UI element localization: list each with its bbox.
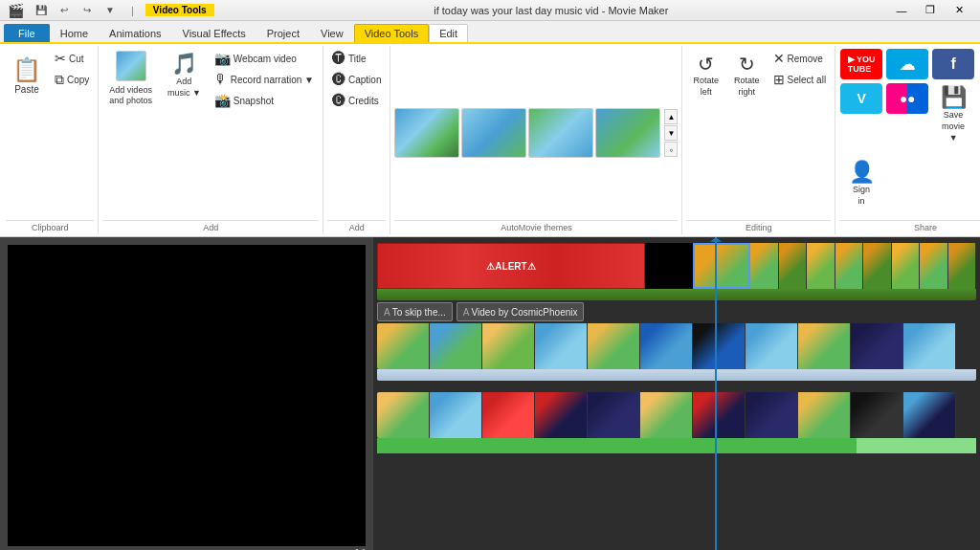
- tab-visual-effects[interactable]: Visual Effects: [172, 24, 256, 42]
- dark-segment[interactable]: [645, 243, 693, 289]
- text-small-btns: 🅣 Title 🅒 Caption 🅒 Credits: [327, 48, 386, 111]
- theme-thumb-2[interactable]: [461, 108, 526, 158]
- add-music-button[interactable]: 🎵 Addmusic ▼: [161, 48, 208, 105]
- track-1-film: ⚠ALERT⚠: [377, 243, 976, 289]
- flickr-button[interactable]: ●●: [886, 83, 928, 114]
- facebook-icon: f: [950, 55, 955, 73]
- track-2-film: [377, 323, 976, 369]
- facebook-button[interactable]: f: [932, 49, 974, 79]
- remove-label: Remove: [788, 54, 823, 64]
- track-1: ⚠ALERT⚠: [377, 243, 976, 300]
- select-all-icon: ⊞: [773, 72, 785, 87]
- snapshot-icon: 📸: [214, 93, 231, 108]
- preview-time: 00:35.97/01:38.04 ⛶: [8, 546, 366, 550]
- skydrive-button[interactable]: ☁: [886, 49, 928, 79]
- sonic-segments[interactable]: [377, 323, 976, 369]
- tab-file[interactable]: File: [4, 24, 50, 42]
- theme-scroll-down[interactable]: ▼: [664, 125, 678, 141]
- add-videos-button[interactable]: Add videosand photos: [102, 48, 159, 109]
- tab-video-tools[interactable]: Video Tools: [354, 24, 429, 42]
- flickr-icon: ●●: [900, 91, 916, 106]
- theme-thumb-4[interactable]: [595, 108, 660, 158]
- vimeo-button[interactable]: V: [840, 83, 882, 114]
- add-label: Add: [102, 220, 319, 232]
- alert-segment[interactable]: ⚠ALERT⚠: [377, 243, 645, 289]
- window-controls: — ❐ ✕: [888, 2, 972, 19]
- timeline-area: ⚠ALERT⚠: [373, 237, 980, 550]
- skydrive-icon: ☁: [900, 55, 915, 74]
- rotate-left-button[interactable]: ↺ Rotateleft: [686, 48, 725, 105]
- clipboard-label: Clipboard: [6, 220, 94, 232]
- youtube-button[interactable]: ▶ YOUTUBE: [840, 49, 882, 79]
- title-label: Title: [348, 54, 367, 64]
- save-movie-label: Savemovie ▼: [939, 110, 968, 143]
- sign-in-label: Signin: [853, 185, 870, 207]
- remove-icon: ✕: [773, 51, 785, 66]
- share-label: Share: [839, 220, 980, 232]
- caption-item-1[interactable]: A To skip the...: [377, 302, 453, 321]
- add-group-content: Add videosand photos 🎵 Addmusic ▼ 📷 Webc…: [102, 48, 319, 218]
- paste-button[interactable]: 📋 Paste: [6, 48, 48, 105]
- sign-in-button[interactable]: 👤 Signin: [840, 152, 882, 217]
- webcam-button[interactable]: 📷 Webcam video: [210, 48, 319, 69]
- theme-scroll-more[interactable]: ⬦: [664, 142, 678, 157]
- credits-button[interactable]: 🅒 Credits: [327, 90, 386, 111]
- snapshot-button[interactable]: 📸 Snapshot: [210, 90, 319, 111]
- preview-screen: [8, 245, 366, 546]
- ribbon-content: 📋 Paste ✂ Cut ⧉ Copy Clipboard: [0, 42, 980, 236]
- save-movie-button[interactable]: 💾 Savemovie ▼: [932, 83, 974, 148]
- clipboard-group: 📋 Paste ✂ Cut ⧉ Copy Clipboard: [2, 46, 99, 234]
- select-all-button[interactable]: ⊞ Select all: [768, 69, 832, 90]
- add-videos-label: Add videosand photos: [109, 85, 152, 106]
- maximize-btn[interactable]: ❐: [917, 2, 944, 19]
- rotate-right-label: Rotateright: [734, 76, 760, 98]
- tails-segments[interactable]: [750, 243, 976, 289]
- minimize-btn[interactable]: —: [888, 2, 915, 19]
- theme-scroll-up[interactable]: ▲: [664, 109, 678, 124]
- rotate-right-icon: ↻: [739, 55, 755, 74]
- rotate-right-button[interactable]: ↻ Rotateright: [727, 48, 767, 105]
- tab-project[interactable]: Project: [256, 24, 310, 42]
- narration-button[interactable]: 🎙 Record narration ▼: [210, 69, 319, 90]
- sign-in-icon: 👤: [849, 162, 875, 183]
- remove-button[interactable]: ✕ Remove: [768, 48, 832, 69]
- title-bar: 🎬 💾 ↩ ↪ ▼ | Video Tools if today was you…: [0, 0, 980, 21]
- tab-edit[interactable]: Edit: [429, 24, 468, 42]
- copy-label: Copy: [67, 75, 89, 85]
- track-1-grass: [377, 289, 976, 300]
- narration-icon: 🎙: [214, 72, 228, 87]
- undo-btn[interactable]: ↩: [55, 2, 74, 19]
- text-group-label: Add: [327, 220, 386, 232]
- theme-thumb-3[interactable]: [528, 108, 593, 158]
- close-btn[interactable]: ✕: [946, 2, 972, 19]
- copy-button[interactable]: ⧉ Copy: [50, 69, 94, 91]
- credits-icon: 🅒: [332, 93, 345, 108]
- title-button[interactable]: 🅣 Title: [327, 48, 386, 69]
- night-segments[interactable]: [377, 392, 976, 438]
- redo-btn[interactable]: ↪: [78, 2, 97, 19]
- cut-button[interactable]: ✂ Cut: [50, 48, 94, 69]
- themes-group: ▲ ▼ ⬦ AutoMovie themes: [390, 46, 682, 234]
- caption-item-2[interactable]: A Video by CosmicPhoenix: [457, 302, 585, 321]
- app-icon: 🎬: [8, 3, 24, 18]
- theme-thumb-1[interactable]: [394, 108, 459, 158]
- youtube-icon: ▶ YOUTUBE: [848, 55, 876, 74]
- ribbon-tabs: File Home Animations Visual Effects Proj…: [0, 21, 980, 42]
- clipboard-group-content: 📋 Paste ✂ Cut ⧉ Copy: [6, 48, 94, 218]
- selected-segment[interactable]: [693, 243, 750, 289]
- share-group: ▶ YOUTUBE ☁ f V ●● 💾 Savemovie ▼: [835, 46, 980, 234]
- track-2: [377, 323, 976, 381]
- save-qa-btn[interactable]: 💾: [32, 2, 51, 19]
- cut-label: Cut: [69, 54, 84, 64]
- tab-view[interactable]: View: [310, 24, 354, 42]
- qa-dropdown-btn[interactable]: ▼: [100, 2, 120, 19]
- caption-text-1: To skip the...: [392, 307, 446, 318]
- track-spacer: [373, 383, 980, 390]
- caption-button[interactable]: 🅒 Caption: [327, 69, 386, 90]
- tab-animations[interactable]: Animations: [99, 24, 171, 42]
- tab-home[interactable]: Home: [50, 24, 99, 42]
- paste-icon: 📋: [12, 58, 41, 81]
- track-3-film: [377, 392, 976, 438]
- editing-label: Editing: [686, 220, 831, 232]
- caption-icon: 🅒: [332, 72, 345, 87]
